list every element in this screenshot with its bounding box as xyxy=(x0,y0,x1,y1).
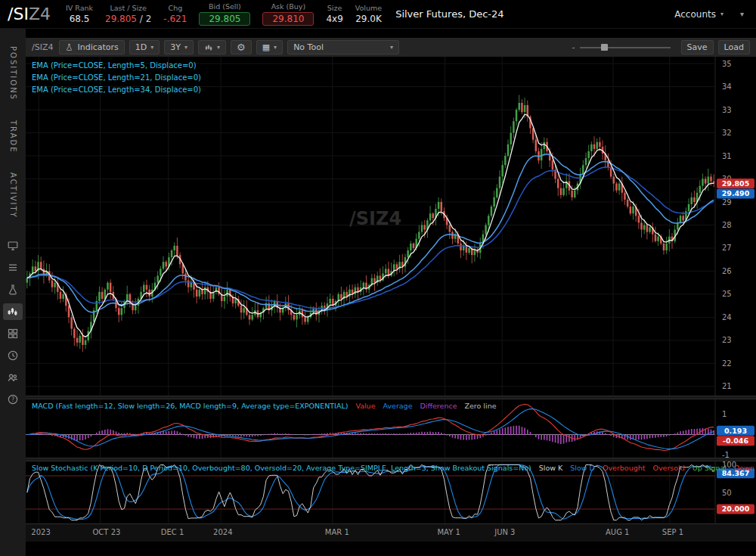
chevron-down-icon: ▾ xyxy=(274,44,277,51)
history-clock-icon[interactable] xyxy=(3,347,23,364)
left-sidebar: POSITIONS TRADE ACTIVITY ? xyxy=(0,29,26,556)
chart-icon[interactable] xyxy=(3,303,23,320)
axis-tick-label: 84.367 xyxy=(722,469,750,477)
sidebar-tab-activity[interactable]: ACTIVITY xyxy=(9,163,17,228)
macd-value-line xyxy=(27,404,714,450)
chart-type-dropdown[interactable]: ▾ xyxy=(198,40,226,54)
axis-value-badge: 20.000 xyxy=(717,505,754,514)
axis-tick-label: 27 xyxy=(722,244,732,252)
watchlist-icon[interactable] xyxy=(3,259,23,276)
axis-tick-label: 28 xyxy=(722,221,732,229)
axis-value-badge: -0.046 xyxy=(717,436,754,446)
range-dropdown[interactable]: 3Y▾ xyxy=(164,40,194,54)
bid-label: Bid (Sell) xyxy=(209,2,241,11)
zoom-out-icon[interactable]: - xyxy=(572,42,575,52)
symbol-main: /SI xyxy=(8,5,29,23)
axis-tick-label: -1 xyxy=(722,451,730,458)
axis-value-badge: 29.490 xyxy=(717,189,754,199)
ask-label: Ask (Buy) xyxy=(271,2,306,11)
slow-k-line xyxy=(27,464,714,520)
collapse-header-button[interactable]: ▾ xyxy=(736,8,748,20)
volume-value: 29.0K xyxy=(355,14,382,24)
iv-rank-field: IV Rank 68.5 xyxy=(66,4,93,24)
gear-icon: ⚙ xyxy=(237,42,246,53)
chart-settings-button[interactable]: ⚙ xyxy=(231,40,252,54)
axis-tick-label: 24 xyxy=(722,313,732,321)
axis-tick-label: 29.805 xyxy=(722,179,750,188)
time-axis-label: MAY 1 xyxy=(437,528,460,536)
flask-icon xyxy=(65,43,73,51)
grid-icon: ▦ xyxy=(262,42,270,52)
axis-tick-label: 33 xyxy=(722,106,732,114)
axis-tick-label: 22 xyxy=(722,359,732,368)
ema-34-line xyxy=(27,167,714,309)
sidebar-tab-trade[interactable]: TRADE xyxy=(9,110,17,163)
stochastic-panel[interactable]: 1005084.36720.000 Slow Stochastic (K Per… xyxy=(26,461,756,523)
price-chart[interactable]: 353433323130292827262524232221/SIZ429.80… xyxy=(26,57,756,396)
axis-tick-label: 0.193 xyxy=(724,427,747,435)
time-axis: 2023OCT 23DEC 12024MAR 1MAY 1JUN 3AUG 1S… xyxy=(26,523,756,542)
time-axis-label: MAR 1 xyxy=(325,528,349,536)
chevron-down-icon: ▾ xyxy=(390,44,393,51)
last-value: 29.805 xyxy=(105,14,137,24)
save-button[interactable]: Save xyxy=(681,40,714,54)
load-button[interactable]: Load xyxy=(718,40,750,54)
last-size-label: Last / Size xyxy=(110,4,147,12)
time-axis-label: JUN 3 xyxy=(494,528,515,536)
last-size-field: Last / Size 29.805 / 2 xyxy=(105,4,151,24)
macd-panel[interactable]: 1-10.193-0.046 MACD (Fast length=12, Slo… xyxy=(26,399,756,458)
axis-tick-label: 34 xyxy=(722,82,732,91)
ask-button[interactable]: 29.810 xyxy=(262,12,314,26)
time-axis-label: 2024 xyxy=(213,528,232,536)
instrument-description: Silver Futures, Dec-24 xyxy=(395,8,503,20)
axis-tick-label: 35 xyxy=(722,60,732,68)
candlestick-icon xyxy=(204,43,213,52)
svg-text:?: ? xyxy=(11,396,14,403)
symbol-logo: /SIZ4 xyxy=(8,5,51,23)
indicators-button[interactable]: Indicators xyxy=(59,40,124,54)
dashboard-icon[interactable] xyxy=(3,325,23,342)
volume-label: Volume xyxy=(355,4,382,12)
slider-track[interactable] xyxy=(580,47,671,48)
axis-tick-label: -0.046 xyxy=(723,436,748,445)
time-axis-label: SEP 1 xyxy=(662,528,683,536)
time-axis-label: AUG 1 xyxy=(606,528,629,536)
axis-tick-label: 20.000 xyxy=(722,505,750,513)
community-icon[interactable] xyxy=(3,369,23,386)
axis-tick-label: 100 xyxy=(722,461,736,469)
toolbar-symbol: /SIZ4 xyxy=(32,42,53,52)
axis-tick-label: 26 xyxy=(722,267,732,275)
size-value: 4x9 xyxy=(326,14,342,24)
bar-spacing-slider[interactable]: - xyxy=(580,42,671,53)
price-chart-panel[interactable]: 353433323130292827262524232221/SIZ429.80… xyxy=(26,57,756,396)
drawing-tool-dropdown[interactable]: No Tool▾ xyxy=(287,40,399,54)
size-label: Size xyxy=(327,4,342,12)
flask-icon[interactable] xyxy=(3,281,23,298)
grid-layout-dropdown[interactable]: ▦▾ xyxy=(256,40,283,54)
stochastic-chart[interactable]: 1005084.36720.000 xyxy=(26,461,756,523)
chevron-down-icon: ▾ xyxy=(150,44,153,51)
chevron-down-icon: ▾ xyxy=(720,11,723,17)
slider-thumb[interactable] xyxy=(601,44,608,51)
accounts-dropdown[interactable]: Accounts▾ xyxy=(674,9,723,20)
timeframe-dropdown[interactable]: 1D▾ xyxy=(129,40,160,54)
bid-button[interactable]: 29.805 xyxy=(199,12,250,26)
axis-tick-label: 29.490 xyxy=(722,189,750,197)
time-axis-label: DEC 1 xyxy=(161,528,184,536)
size-field: Size 4x9 xyxy=(326,4,342,24)
axis-tick-label: 31 xyxy=(722,152,732,160)
help-icon[interactable]: ? xyxy=(3,391,23,408)
monitor-icon[interactable] xyxy=(3,238,23,254)
iv-rank-label: IV Rank xyxy=(66,4,93,12)
sidebar-tab-positions[interactable]: POSITIONS xyxy=(9,36,17,110)
time-axis-label: 2023 xyxy=(31,528,50,536)
axis-tick-label: /SIZ4 xyxy=(349,208,401,229)
axis-tick-label: 21 xyxy=(722,382,732,390)
chg-label: Chg xyxy=(169,4,183,12)
header: /SIZ4 IV Rank 68.5 Last / Size 29.805 / … xyxy=(0,0,756,29)
chg-field: Chg -.621 xyxy=(163,4,187,24)
symbol-sub: Z4 xyxy=(29,5,51,23)
macd-chart[interactable]: 1-10.193-0.046 xyxy=(26,399,756,458)
ask-field: Ask (Buy) 29.810 xyxy=(262,2,314,26)
axis-tick-label: 50 xyxy=(722,489,732,497)
